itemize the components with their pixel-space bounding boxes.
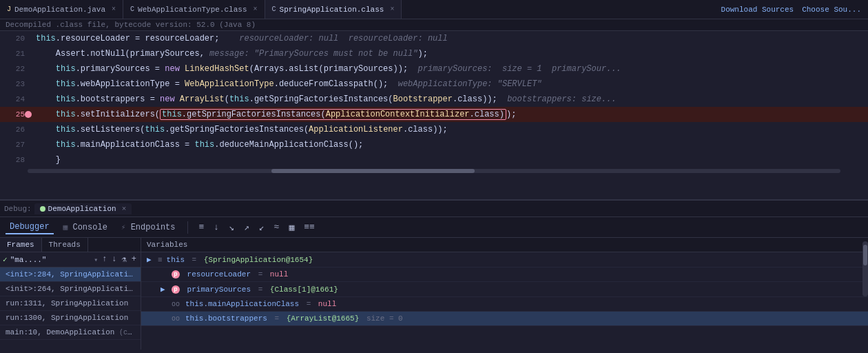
var-type-oo: oo [172,315,180,323]
code-line-23: 23 this.webApplicationType = WebApplicat… [0,77,868,92]
debug-close-icon[interactable]: × [122,205,127,213]
tab-endpoints[interactable]: ⚡ Endpoints [117,221,180,234]
expand-icon[interactable]: ▶ [147,255,155,264]
thread-btn-filter[interactable]: ⚗ [121,254,128,265]
toolbar-icon-settings[interactable]: ≡≡ [302,221,317,234]
toolbar-icon-step-out[interactable]: ↗ [242,221,251,234]
toolbar-icon-run-cursor[interactable]: ↙ [257,221,267,234]
expand-placeholder [161,270,169,279]
thread-selector: ✓ "ma...." ▾ ↑ ↓ ⚗ + [0,252,141,268]
frame-item-4[interactable]: main:10, DemoApplication (ca... [0,325,141,340]
variables-header: Variables [141,238,868,252]
toolbar-icon-step-into[interactable]: ↘ [227,221,236,234]
tab-label: SpringApplication.class [280,6,384,14]
breakpoint-indicator [25,111,32,118]
close-icon[interactable]: × [112,6,116,13]
code-line-28: 28 } [0,152,868,168]
tab-threads[interactable]: Threads [42,238,88,252]
code-area: 20 this.resourceLoader = resourceLoader;… [0,31,868,199]
panel-tabs: Frames Threads [0,238,141,252]
tab-label: WebApplicationType.class [138,6,247,14]
close-icon[interactable]: × [254,6,258,13]
class-icon: C [130,6,134,13]
thread-btn-down[interactable]: ↓ [110,254,118,265]
thread-dropdown-icon[interactable]: ▾ [94,256,98,264]
toolbar-icon-eval[interactable]: ≈ [272,221,282,234]
var-type-icon: ≡ [158,256,163,264]
code-line-21: 21 Assert.notNull(primarySources, messag… [0,46,868,61]
var-item-resourceloader[interactable]: p resourceLoader = null [141,268,868,282]
tab-console[interactable]: ▦ Console [59,221,112,234]
debug-tab-bar: Debug: DemoApplication × [0,199,868,217]
thread-name: "ma...." [10,256,92,264]
code-line-24: 24 this.bootstrappers = new ArrayList(th… [0,92,868,107]
tab-label: DemoApplication.java [14,6,105,14]
close-icon[interactable]: × [390,6,394,13]
code-line-20: 20 this.resourceLoader = resourceLoader;… [0,31,868,46]
debug-label: Debug: [4,205,32,213]
debug-panels: Frames Threads ✓ "ma...." ▾ ↑ ↓ ⚗ + <ini… [0,238,868,350]
code-line-27: 27 this.mainApplicationClass = this.dedu… [0,137,868,152]
choose-sources-link[interactable]: Choose Sou... [802,6,861,14]
debug-session-tab[interactable]: DemoApplication × [34,203,132,214]
tab-springapplication[interactable]: C SpringApplication.class × [265,0,402,19]
frame-item-0[interactable]: <init>:284, SpringApplication [0,268,141,282]
var-type-oo: oo [172,301,180,308]
thread-buttons: ↑ ↓ ⚗ + [101,254,138,265]
thread-btn-up[interactable]: ↑ [101,254,108,265]
expand-icon[interactable]: ▶ [161,285,169,294]
var-item-primarysources[interactable]: ▶ p primarySources = {Class[1]@1661} [141,282,868,297]
expand-placeholder [161,300,169,308]
variables-panel: Variables ▶ ≡ this = {SpringApplication@… [141,238,868,350]
session-active-dot [40,206,45,212]
tab-webapplicationtype[interactable]: C WebApplicationType.class × [123,0,265,19]
thread-btn-add[interactable]: + [130,254,138,265]
header-actions: Download Sources Choose Sou... [714,6,868,14]
debug-session-name: DemoApplication [48,205,116,213]
var-item-this[interactable]: ▶ ≡ this = {SpringApplication@1654} [141,252,868,268]
toolbar-icon-frames[interactable]: ▦ [287,221,296,234]
toolbar-icon-step-over[interactable]: ↓ [211,221,221,234]
thread-check-icon: ✓ [3,255,8,264]
class-icon: C [272,6,276,13]
var-item-bootstrappers[interactable]: oo this.bootstrappers = {ArrayList@1665}… [141,312,868,326]
var-type-dot-p: p [172,270,180,279]
frames-panel: Frames Threads ✓ "ma...." ▾ ↑ ↓ ⚗ + <ini… [0,238,141,350]
tab-debugger[interactable]: Debugger [6,221,54,234]
toolbar-icon-menu[interactable]: ≡ [196,221,206,234]
code-line-22: 22 this.primarySources = new LinkedHashS… [0,61,868,77]
toolbar-separator [187,221,188,234]
frame-item-1[interactable]: <init>:264, SpringApplication [0,282,141,296]
debugger-toolbar: Debugger ▦ Console ⚡ Endpoints ≡ ↓ ↘ ↗ ↙… [0,217,868,238]
var-type-dot-p: p [172,285,180,294]
horizontal-scrollbar[interactable] [28,169,840,173]
download-sources-link[interactable]: Download Sources [721,6,794,14]
var-item-mainapplicationclass[interactable]: oo this.mainApplicationClass = null [141,297,868,312]
tab-bar: J DemoApplication.java × C WebApplicatio… [0,0,868,19]
frame-item-2[interactable]: run:1311, SpringApplication [0,296,141,311]
java-icon: J [7,6,11,13]
code-line-26: 26 this.setListeners(this.getSpringFacto… [0,122,868,137]
expand-placeholder [161,314,169,323]
code-line-25: 25 this.setInitializers(this.getSpringFa… [0,107,868,122]
tab-demoapplication[interactable]: J DemoApplication.java × [0,0,123,19]
tab-frames[interactable]: Frames [0,238,42,252]
frame-item-3[interactable]: run:1300, SpringApplication [0,311,141,325]
info-bar: Decompiled .class file, bytecode version… [0,19,868,31]
